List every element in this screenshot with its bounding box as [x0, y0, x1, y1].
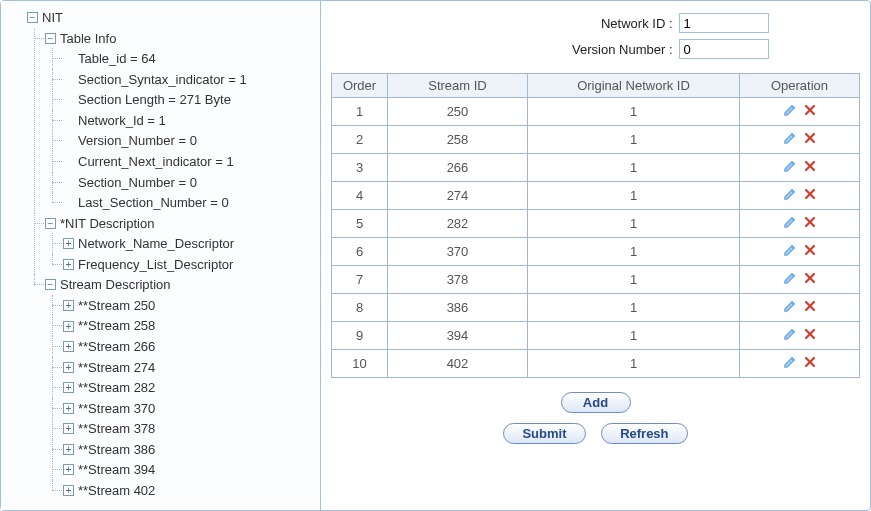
tree-node-descriptor[interactable]: Frequency_List_Descriptor	[78, 256, 233, 271]
cell-original_network_id: 1	[528, 350, 740, 378]
tree-toggle[interactable]: +	[63, 423, 74, 434]
edit-icon[interactable]	[782, 270, 798, 286]
tree-node-stream[interactable]: **Stream 258	[78, 318, 155, 333]
tree-leaf: Version_Number = 0	[78, 133, 197, 148]
cell-original_network_id: 1	[528, 154, 740, 182]
tree-leaf: Last_Section_Number = 0	[78, 195, 229, 210]
table-row: 93941	[332, 322, 860, 350]
tree-toggle[interactable]: +	[63, 300, 74, 311]
delete-icon[interactable]	[802, 298, 818, 314]
cell-operation	[740, 126, 860, 154]
tree-node-stream[interactable]: **Stream 394	[78, 462, 155, 477]
delete-icon[interactable]	[802, 130, 818, 146]
tree-node-stream[interactable]: **Stream 266	[78, 339, 155, 354]
tree-toggle[interactable]: +	[63, 403, 74, 414]
edit-icon[interactable]	[782, 326, 798, 342]
tree-toggle[interactable]: −	[45, 279, 56, 290]
tree-node-stream[interactable]: **Stream 274	[78, 359, 155, 374]
table-row: 52821	[332, 210, 860, 238]
cell-stream_id: 258	[388, 126, 528, 154]
tree-node-nit-desc[interactable]: *NIT Description	[60, 215, 154, 230]
cell-order: 1	[332, 98, 388, 126]
tree-node-stream[interactable]: **Stream 282	[78, 380, 155, 395]
cell-original_network_id: 1	[528, 266, 740, 294]
delete-icon[interactable]	[802, 270, 818, 286]
cell-stream_id: 266	[388, 154, 528, 182]
cell-stream_id: 274	[388, 182, 528, 210]
tree-node-table-info[interactable]: Table Info	[60, 30, 116, 45]
cell-stream_id: 282	[388, 210, 528, 238]
stream-table: Order Stream ID Original Network ID Oper…	[331, 73, 860, 378]
tree-toggle[interactable]: +	[63, 464, 74, 475]
table-row: 12501	[332, 98, 860, 126]
col-stream: Stream ID	[388, 74, 528, 98]
table-row: 42741	[332, 182, 860, 210]
tree-toggle[interactable]: +	[63, 382, 74, 393]
tree-node-stream[interactable]: **Stream 378	[78, 421, 155, 436]
cell-order: 7	[332, 266, 388, 294]
cell-order: 9	[332, 322, 388, 350]
add-button[interactable]: Add	[561, 392, 631, 413]
edit-icon[interactable]	[782, 102, 798, 118]
tree-node-stream-desc[interactable]: Stream Description	[60, 277, 171, 292]
edit-icon[interactable]	[782, 242, 798, 258]
tree-toggle[interactable]: +	[63, 341, 74, 352]
tree-leaf: Section Length = 271 Byte	[78, 92, 231, 107]
cell-original_network_id: 1	[528, 126, 740, 154]
version-number-input[interactable]	[679, 39, 769, 59]
tree-toggle[interactable]: +	[63, 259, 74, 270]
delete-icon[interactable]	[802, 214, 818, 230]
tree-node-stream[interactable]: **Stream 402	[78, 483, 155, 498]
cell-stream_id: 394	[388, 322, 528, 350]
tree-leaf: Current_Next_indicator = 1	[78, 154, 234, 169]
tree-node-stream[interactable]: **Stream 386	[78, 441, 155, 456]
cell-stream_id: 386	[388, 294, 528, 322]
tree-node-stream[interactable]: **Stream 250	[78, 297, 155, 312]
tree-root-node[interactable]: NIT	[42, 10, 63, 25]
cell-stream_id: 370	[388, 238, 528, 266]
tree-leaf: Section_Syntax_indicator = 1	[78, 71, 247, 86]
cell-operation	[740, 154, 860, 182]
cell-operation	[740, 182, 860, 210]
table-row: 63701	[332, 238, 860, 266]
tree-node-stream[interactable]: **Stream 370	[78, 400, 155, 415]
version-number-label: Version Number :	[423, 42, 673, 57]
edit-icon[interactable]	[782, 214, 798, 230]
network-id-input[interactable]	[679, 13, 769, 33]
tree-leaf: Section_Number = 0	[78, 174, 197, 189]
delete-icon[interactable]	[802, 326, 818, 342]
delete-icon[interactable]	[802, 158, 818, 174]
delete-icon[interactable]	[802, 242, 818, 258]
cell-stream_id: 250	[388, 98, 528, 126]
refresh-button[interactable]: Refresh	[601, 423, 687, 444]
tree-toggle[interactable]: −	[45, 218, 56, 229]
tree-toggle[interactable]: −	[45, 33, 56, 44]
tree-toggle[interactable]: −	[27, 12, 38, 23]
tree-leaf: Network_Id = 1	[78, 112, 166, 127]
cell-order: 5	[332, 210, 388, 238]
cell-stream_id: 378	[388, 266, 528, 294]
tree-toggle[interactable]: +	[63, 485, 74, 496]
edit-icon[interactable]	[782, 130, 798, 146]
cell-order: 8	[332, 294, 388, 322]
table-row: 32661	[332, 154, 860, 182]
edit-icon[interactable]	[782, 298, 798, 314]
table-row: 73781	[332, 266, 860, 294]
cell-order: 6	[332, 238, 388, 266]
cell-operation	[740, 350, 860, 378]
tree-toggle[interactable]: +	[63, 238, 74, 249]
edit-icon[interactable]	[782, 186, 798, 202]
tree-node-descriptor[interactable]: Network_Name_Descriptor	[78, 236, 234, 251]
cell-operation	[740, 294, 860, 322]
submit-button[interactable]: Submit	[503, 423, 585, 444]
tree-toggle[interactable]: +	[63, 444, 74, 455]
delete-icon[interactable]	[802, 186, 818, 202]
delete-icon[interactable]	[802, 354, 818, 370]
tree-toggle[interactable]: +	[63, 362, 74, 373]
edit-icon[interactable]	[782, 158, 798, 174]
edit-icon[interactable]	[782, 354, 798, 370]
delete-icon[interactable]	[802, 102, 818, 118]
tree-leaf: Table_id = 64	[78, 51, 156, 66]
tree-toggle[interactable]: +	[63, 321, 74, 332]
table-row: 22581	[332, 126, 860, 154]
